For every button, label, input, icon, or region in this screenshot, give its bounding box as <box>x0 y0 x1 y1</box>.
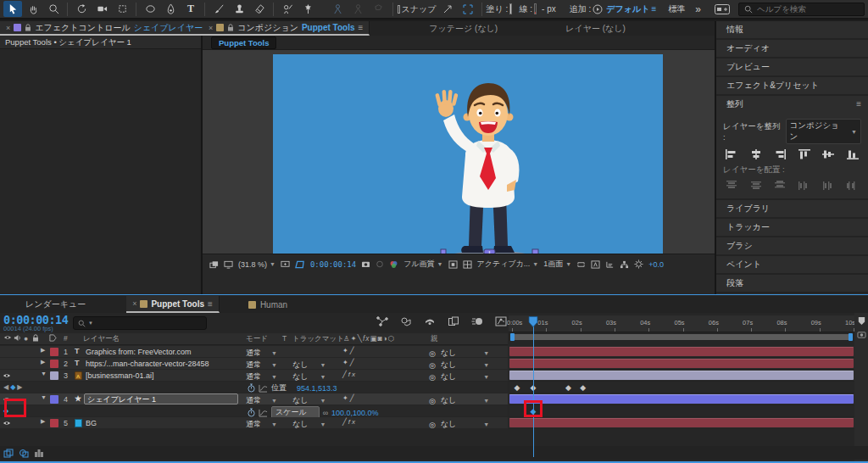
align-hcenter-icon[interactable] <box>749 148 763 160</box>
layer-row-2[interactable]: ▶ 2 T https:/...man-character-vector-284… <box>0 358 508 370</box>
layer-switches[interactable]: ✦╱ <box>342 394 356 402</box>
roi-icon[interactable] <box>295 260 305 269</box>
layer-bar-row-3[interactable] <box>509 370 854 382</box>
draft-3d-icon[interactable] <box>400 316 412 326</box>
layer-name-edit-field[interactable]: シェイプレイヤー 1 <box>84 393 238 404</box>
comp-canvas[interactable] <box>273 54 663 271</box>
clone-stamp-tool-icon[interactable] <box>230 1 248 17</box>
pan-behind-tool-icon[interactable] <box>113 1 131 17</box>
help-search-box[interactable] <box>738 3 865 16</box>
position-keyframe-diamond[interactable]: ◆ <box>580 383 586 392</box>
expand-layer-switches-icon[interactable] <box>3 449 14 458</box>
eraser-tool-icon[interactable] <box>250 1 269 17</box>
channels-icon[interactable] <box>389 260 398 269</box>
panel-preview[interactable]: プレビュー <box>716 59 868 75</box>
parent-dropdown[interactable]: ◎なし▼ <box>429 419 489 430</box>
close-icon[interactable]: × <box>6 24 10 32</box>
timeline-graph-area[interactable]: 0:00s01s02s03s04s05s06s07s08s09s10s ◆◆◆◆… <box>509 313 854 461</box>
close-icon[interactable]: × <box>132 299 136 308</box>
fast-previews-icon[interactable] <box>591 260 600 269</box>
graph-editor-icon[interactable] <box>495 316 507 326</box>
guides-icon[interactable] <box>448 260 458 269</box>
graph-toggle-icon[interactable] <box>259 409 268 417</box>
transparency-grid-icon[interactable] <box>463 260 472 269</box>
position-keyframe-track[interactable]: ◆◆◆◆ <box>509 382 854 393</box>
workspace-menu-icon[interactable]: ≡ <box>651 4 656 14</box>
graph-toggle-icon[interactable] <box>259 384 268 393</box>
always-preview-icon[interactable] <box>209 260 219 269</box>
tab-effect-controls[interactable]: × エフェクトコントロール シェイプレイヤー <box>0 21 209 36</box>
panel-info[interactable]: 情報 <box>716 21 868 38</box>
pixel-aspect-icon[interactable] <box>576 260 586 269</box>
layer-switches[interactable]: ╱fx <box>342 418 357 426</box>
visibility-eye-icon[interactable] <box>3 372 11 379</box>
expand-arrow-icon[interactable]: ▶ <box>41 359 45 365</box>
shape-tool-icon[interactable] <box>141 1 159 17</box>
tab-menu-icon[interactable]: ≡ <box>359 23 364 32</box>
motion-blur-icon[interactable] <box>471 316 483 326</box>
hand-tool-icon[interactable] <box>24 1 42 17</box>
layer-bar-row-1[interactable] <box>509 346 854 358</box>
exposure-value[interactable]: +0.0 <box>648 260 664 269</box>
comp-marker-icon[interactable] <box>857 316 866 326</box>
workspace-standard[interactable]: 標準 <box>668 3 685 15</box>
roto-brush-tool-icon[interactable] <box>278 1 297 17</box>
flowchart-icon[interactable] <box>620 260 629 269</box>
quality-dropdown[interactable]: フル画質▼ <box>403 259 442 270</box>
position-property-row[interactable]: ◀◆▶ 位置 954.1,513.3 <box>0 382 508 393</box>
scale-keyframe-track[interactable]: ◆ <box>509 405 854 417</box>
panel-brushes[interactable]: ブラシ <box>716 237 868 254</box>
panel-align-header[interactable]: 整列 ≡ <box>716 96 868 113</box>
time-ruler[interactable]: 0:00s01s02s03s04s05s06s07s08s09s10s <box>509 315 854 332</box>
fill-swatch[interactable] <box>509 3 512 14</box>
panel-tracker[interactable]: トラッカー <box>716 219 868 236</box>
camera-dropdown[interactable]: アクティブカ...▼ <box>477 259 539 270</box>
tab-render-queue[interactable]: レンダーキュー <box>10 296 101 313</box>
align-bottom-icon[interactable] <box>846 148 860 160</box>
primary-viewer-icon[interactable] <box>224 260 233 269</box>
playhead-line[interactable] <box>533 321 534 457</box>
align-vcenter-icon[interactable] <box>821 148 835 160</box>
panel-paragraph[interactable]: 段落 <box>716 275 868 292</box>
label-chip[interactable] <box>50 371 58 380</box>
workspace-switcher-icon[interactable] <box>715 4 730 14</box>
visibility-eye-icon[interactable] <box>3 420 11 427</box>
scale-property-row[interactable]: ◆ スケール ∞ 100.0,100.0% <box>0 405 508 417</box>
tab-layer[interactable]: レイヤー (なし) <box>557 21 634 36</box>
layer-row-1[interactable]: ▶ 1 T Graphics from: FreeVector.com 通常▼ … <box>0 346 508 358</box>
position-keyframe-diamond[interactable]: ◆ <box>565 383 571 392</box>
rotate-tool-icon[interactable] <box>72 1 91 17</box>
expand-in-out-icon[interactable] <box>34 449 44 458</box>
view-layout-dropdown[interactable]: 1画面▼ <box>543 259 571 270</box>
frame-blend-icon[interactable] <box>448 316 459 326</box>
layer-switches[interactable]: ✦╱ <box>342 347 356 354</box>
comp-mini-flowchart-icon[interactable] <box>376 316 388 326</box>
tab-composition[interactable]: × コンポジション Puppet Tools ≡ <box>203 21 370 36</box>
expand-bounds-icon[interactable] <box>459 1 477 17</box>
collapse-arrow-icon[interactable]: ▼ <box>41 394 47 400</box>
puppet-pin-tool-icon[interactable] <box>298 1 317 17</box>
label-chip[interactable] <box>50 395 58 404</box>
tab-menu-icon[interactable]: ≡ <box>208 299 213 309</box>
panel-audio[interactable]: オーディオ <box>716 40 868 57</box>
workspace-default[interactable]: デフォルト <box>606 3 649 15</box>
comp-timecode[interactable]: 0:00:00:14 <box>310 260 356 269</box>
label-chip[interactable] <box>50 419 58 427</box>
camera-tool-icon[interactable] <box>92 1 111 17</box>
stroke-px[interactable]: - px <box>542 4 556 14</box>
property-name[interactable]: 位置 <box>271 382 287 393</box>
expand-transfer-controls-icon[interactable] <box>19 449 29 458</box>
snapshot-icon[interactable] <box>361 260 370 268</box>
comp-nav-name[interactable]: Puppet Tools <box>211 36 276 49</box>
align-top-icon[interactable] <box>798 148 811 160</box>
text-tool-icon[interactable]: T <box>181 1 200 17</box>
selection-tool-icon[interactable] <box>3 1 22 17</box>
align-target-dropdown[interactable]: コンポジション▼ <box>786 119 861 144</box>
expand-arrow-icon[interactable]: ▶ <box>41 418 45 425</box>
align-right-icon[interactable] <box>773 148 787 160</box>
expand-arrow-icon[interactable]: ▶ <box>41 347 45 354</box>
scale-value[interactable]: 100.0,100.0% <box>331 409 379 417</box>
tab-timeline-human[interactable]: Human <box>240 296 296 313</box>
snap-checkbox[interactable] <box>398 5 400 14</box>
resolution-icon[interactable] <box>281 260 290 269</box>
